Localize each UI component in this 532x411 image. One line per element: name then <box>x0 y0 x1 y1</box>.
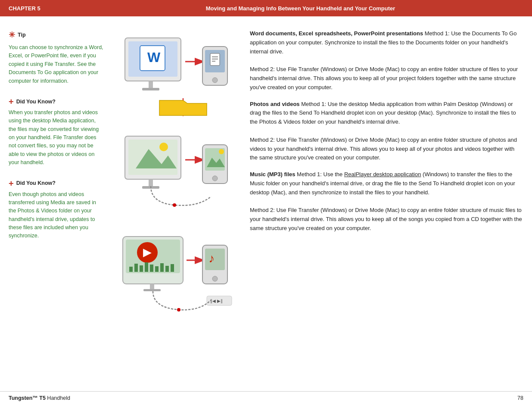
documents-svg: W <box>116 34 233 124</box>
tip-text: You can choose to synchronize a Word, Ex… <box>9 44 103 85</box>
tip-icon: ✳ <box>9 29 15 41</box>
section1-method2: Method 2: Use File Transfer (Windows) or… <box>250 65 523 92</box>
svg-point-16 <box>159 143 168 151</box>
tip-section: ✳ Tip You can choose to synchronize a Wo… <box>9 29 103 85</box>
did-you-know-1-section: + Did You Know? When you transfer photos… <box>9 97 103 167</box>
section-word-docs: Word documents, Excel spreadsheets, Powe… <box>250 29 523 92</box>
svg-text:W: W <box>147 50 161 65</box>
did-you-know-1-header: + Did You Know? <box>9 97 103 106</box>
svg-point-23 <box>212 176 218 181</box>
svg-point-24 <box>173 203 176 207</box>
section3-text: Music (MP3) files Method 1: Use the Real… <box>250 170 523 197</box>
svg-rect-17 <box>149 179 153 187</box>
svg-rect-8 <box>210 53 220 65</box>
footer-page-number: 78 <box>517 395 523 401</box>
svg-rect-35 <box>160 263 164 272</box>
page-content: ✳ Tip You can choose to synchronize a Wo… <box>0 16 532 391</box>
svg-rect-32 <box>145 262 148 272</box>
svg-rect-36 <box>165 266 169 272</box>
center-illustrations: W <box>108 29 241 383</box>
section3-method2: Method 2: Use File Transfer (Windows) or… <box>250 206 523 233</box>
footer-brand-name: Tungsten™ T5 <box>9 395 46 401</box>
tip-header: ✳ Tip <box>9 29 103 41</box>
did-you-know-2-section: + Did You Know? Even though photos and v… <box>9 179 103 240</box>
illustration-photos <box>114 132 235 222</box>
did-you-know-1-label: Did You Know? <box>16 98 56 106</box>
illustration-documents: W <box>114 34 235 124</box>
svg-rect-38 <box>150 284 154 290</box>
svg-rect-31 <box>140 265 143 272</box>
svg-text:♪: ♪ <box>208 252 215 265</box>
svg-rect-5 <box>142 88 159 90</box>
svg-text:▶: ▶ <box>143 246 152 258</box>
footer-brand: Tungsten™ T5 Handheld <box>9 395 70 401</box>
did-you-know-2-header: + Did You Know? <box>9 179 103 188</box>
svg-point-46 <box>177 308 180 311</box>
did-you-know-1-icon: + <box>9 97 14 106</box>
page-header: CHAPTER 5 Moving and Managing Info Betwe… <box>0 0 532 16</box>
svg-text:∥◀ ▶∥: ∥◀ ▶∥ <box>210 299 223 304</box>
section-photos: Photos and videos Method 1: Use the desk… <box>250 100 523 163</box>
music-svg: ▶ <box>116 230 233 321</box>
illustration-music: ▶ <box>114 230 235 321</box>
page-footer: Tungsten™ T5 Handheld 78 <box>0 391 532 405</box>
tip-label: Tip <box>18 31 26 39</box>
section3-realplayer-link[interactable]: RealPlayer desktop application <box>344 171 421 177</box>
svg-rect-34 <box>155 266 159 272</box>
section1-text: Word documents, Excel spreadsheets, Powe… <box>250 29 523 56</box>
svg-point-43 <box>212 276 218 281</box>
photos-svg <box>116 132 233 222</box>
section-music: Music (MP3) files Method 1: Use the Real… <box>250 170 523 233</box>
svg-rect-4 <box>149 81 153 89</box>
section2-method2: Method 2: Use File Transfer (Windows) or… <box>250 136 523 162</box>
sidebar: ✳ Tip You can choose to synchronize a Wo… <box>9 29 103 383</box>
right-content: Word documents, Excel spreadsheets, Powe… <box>246 29 523 383</box>
footer-brand-suffix: Handheld <box>46 395 70 401</box>
did-you-know-2-label: Did You Know? <box>16 179 56 187</box>
section3-title: Music (MP3) files <box>250 171 295 177</box>
did-you-know-2-icon: + <box>9 179 14 188</box>
svg-point-12 <box>212 78 218 83</box>
did-you-know-2-text: Even though photos and videos transferre… <box>9 190 103 240</box>
page-title: Moving and Managing Info Between Your Ha… <box>78 5 523 12</box>
svg-rect-41 <box>205 249 225 270</box>
svg-rect-29 <box>129 267 133 272</box>
svg-rect-37 <box>171 264 174 272</box>
chapter-label: CHAPTER 5 <box>9 5 78 12</box>
section1-title: Word documents, Excel spreadsheets, Powe… <box>250 30 423 37</box>
section2-text: Photos and videos Method 1: Use the desk… <box>250 100 523 127</box>
did-you-know-1-text: When you transfer photos and videos usin… <box>9 109 103 167</box>
svg-point-22 <box>219 149 224 154</box>
section3-method1-prefix: Method 1: Use the <box>297 171 344 177</box>
svg-rect-33 <box>150 265 153 272</box>
section2-title: Photos and videos <box>250 101 300 107</box>
svg-rect-30 <box>134 264 138 272</box>
svg-rect-39 <box>143 289 161 291</box>
